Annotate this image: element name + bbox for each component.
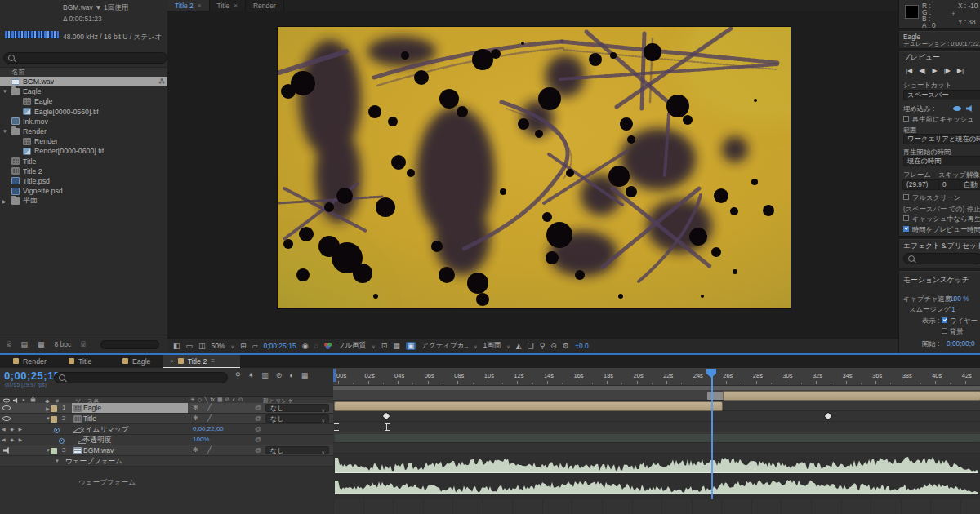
exposure-value[interactable]: +0.0	[575, 342, 589, 350]
timeline-search-input[interactable]	[54, 372, 228, 383]
quality-switch-icon[interactable]: ╱	[207, 446, 212, 454]
stopwatch-icon[interactable]	[54, 428, 60, 433]
layer-color-chip[interactable]	[51, 448, 57, 454]
collapse-switch-icon[interactable]: ✻	[193, 404, 198, 411]
settings-gear-icon[interactable]: ⚙	[563, 342, 569, 350]
layer-color-chip[interactable]	[51, 405, 57, 412]
parent-dropdown[interactable]: なし∨	[265, 446, 329, 454]
grid-guides-icon[interactable]: ⊞	[240, 342, 247, 350]
resolution-dropdown[interactable]: フル画質	[338, 341, 366, 351]
layer-row-title[interactable]: ▼ 2 Title ✻ ╱ @ なし∨	[0, 414, 333, 424]
primary-viewer-icon[interactable]: ▭	[186, 342, 194, 350]
collapse-icon[interactable]: ◇	[198, 397, 202, 403]
layer-color-chip[interactable]	[51, 416, 57, 423]
pickwhip-icon[interactable]: @	[255, 425, 261, 432]
pickwhip-icon[interactable]: @	[255, 404, 261, 411]
property-value[interactable]: 100%	[193, 436, 209, 443]
snapshot-icon[interactable]: ◉	[302, 342, 309, 350]
project-item[interactable]: Render[0000-0600].tif	[0, 146, 167, 156]
timeline-track-area[interactable]: :00s02s04s06s08s10s12s14s16s18s20s22s24s…	[333, 368, 980, 514]
speaker-icon[interactable]	[3, 447, 11, 454]
pixel-aspect-correction-icon[interactable]: ▣	[406, 342, 416, 350]
group-row-waveform[interactable]: ▼ ウェーブフォーム	[0, 456, 333, 467]
keyframe-diamond[interactable]	[383, 413, 390, 419]
keyframe-diamond[interactable]	[825, 413, 831, 419]
project-item[interactable]: Eagle	[0, 96, 167, 106]
project-item[interactable]: ▶平面	[0, 196, 167, 206]
collapse-switch-icon[interactable]: ✻	[193, 446, 198, 454]
property-row-opacity[interactable]: ◀ ◆ ▶ 不透明度 100% @	[0, 435, 333, 445]
close-icon[interactable]: ×	[234, 2, 238, 9]
timeline-tab-render[interactable]: Render	[7, 355, 70, 367]
track-row-opacity[interactable]	[333, 422, 980, 432]
project-item[interactable]: ▼Render	[0, 126, 167, 136]
start-value[interactable]: 0;00;00;0	[947, 339, 975, 348]
move-time-checkbox[interactable]	[903, 226, 909, 232]
track-row-time-remap[interactable]	[333, 411, 980, 422]
layer-bar-title[interactable]	[335, 402, 722, 410]
cache-before-checkbox[interactable]	[903, 116, 909, 122]
parent-dropdown[interactable]: なし∨	[265, 414, 329, 423]
close-icon[interactable]: ×	[198, 2, 202, 9]
layer-bar-bgm[interactable]	[335, 434, 980, 442]
viewer-tab-render[interactable]: Render	[246, 0, 284, 11]
region-of-interest-icon[interactable]: ⊡	[381, 342, 388, 350]
layer-name[interactable]: Title	[83, 414, 96, 423]
wireframe-checkbox[interactable]	[942, 317, 947, 323]
collapse-switch-icon[interactable]: ✻	[193, 414, 198, 422]
transport-button[interactable]: ◀|	[919, 67, 925, 74]
eye-icon[interactable]	[2, 416, 11, 421]
show-channel-icon[interactable]	[324, 343, 332, 349]
project-bit-depth[interactable]: 8 bpc	[54, 340, 71, 348]
track-row-waveform-group[interactable]	[333, 443, 980, 454]
graph-editor-icon[interactable]: ▦	[301, 371, 309, 379]
range-dropdown[interactable]: ワークエリアと現在の時間	[903, 134, 980, 144]
keyframe-navigator[interactable]: ◀ ◆ ▶	[2, 426, 24, 432]
interpret-footage-icon[interactable]: ⍃	[7, 340, 11, 349]
comp-mini-flowchart-icon[interactable]: ⚲	[235, 371, 241, 379]
property-name[interactable]: タイムリマップ	[78, 425, 129, 435]
pickwhip-icon[interactable]: @	[255, 414, 261, 422]
quality-switch-icon[interactable]: ╱	[207, 414, 212, 422]
project-item[interactable]: Eagle[0000-0560].tif	[0, 107, 167, 117]
track-row-bgm[interactable]	[333, 432, 980, 443]
keyframe-navigator[interactable]: ◀ ◆ ▶	[2, 436, 24, 442]
parent-dropdown[interactable]: なし∨	[265, 404, 329, 412]
timeline-button-icon[interactable]: ❏	[528, 342, 534, 350]
composition-view[interactable]	[167, 11, 898, 338]
frame-rate-dropdown[interactable]: (29.97)	[902, 179, 942, 190]
timeline-ruler[interactable]: :00s02s04s06s08s10s12s14s16s18s20s22s24s…	[333, 368, 980, 391]
motion-blur-icon[interactable]: ⊘	[225, 397, 230, 403]
pickwhip-icon[interactable]: @	[255, 436, 261, 443]
pickwhip-icon[interactable]: @	[255, 446, 261, 454]
smoothing-value[interactable]: 1	[951, 305, 956, 313]
quality-switch-icon[interactable]: ╱	[207, 404, 212, 411]
viewer-tab-title[interactable]: Title×	[210, 0, 246, 11]
stopwatch-icon[interactable]	[59, 438, 65, 444]
transport-button[interactable]: |▶	[944, 67, 951, 74]
horizontal-scrollbar[interactable]	[100, 340, 159, 349]
twirl-icon[interactable]: ▼	[55, 459, 62, 463]
layer-row-eagle[interactable]: ▶ 1 Eagle ✻ ╱ @ なし∨	[0, 403, 333, 414]
transparency-grid-icon[interactable]: ▦	[393, 342, 400, 350]
track-row-eagle[interactable]	[333, 390, 980, 401]
twirl-icon[interactable]: ▶	[2, 198, 10, 204]
include-audio-icon[interactable]	[966, 105, 973, 112]
comp-flowchart-icon[interactable]: ⚲	[540, 342, 546, 350]
effects-search-input[interactable]	[903, 253, 980, 264]
play-cached-checkbox[interactable]	[903, 215, 909, 221]
preview-panel-title[interactable]: プレビュー	[903, 53, 940, 63]
project-item[interactable]: BGM.wav⁂	[0, 77, 167, 86]
resolution-dropdown-preview[interactable]: 自動	[960, 179, 980, 190]
new-composition-icon[interactable]: ▦	[38, 340, 45, 348]
reset-exposure-icon[interactable]: ⊙	[550, 342, 557, 350]
close-icon[interactable]: ×	[170, 357, 174, 365]
adjustment-icon[interactable]: ◐	[232, 397, 235, 403]
twirl-icon[interactable]: ▼	[2, 89, 10, 94]
hold-keyframe[interactable]	[334, 423, 339, 431]
show-snapshot-icon[interactable]: ◌	[314, 342, 318, 350]
project-search-input[interactable]	[3, 52, 167, 64]
timeline-tab-title-2[interactable]: ×Title 2≡	[163, 355, 240, 369]
eye-icon[interactable]	[2, 405, 11, 410]
frame-blend-icon[interactable]: ▦	[217, 397, 223, 403]
